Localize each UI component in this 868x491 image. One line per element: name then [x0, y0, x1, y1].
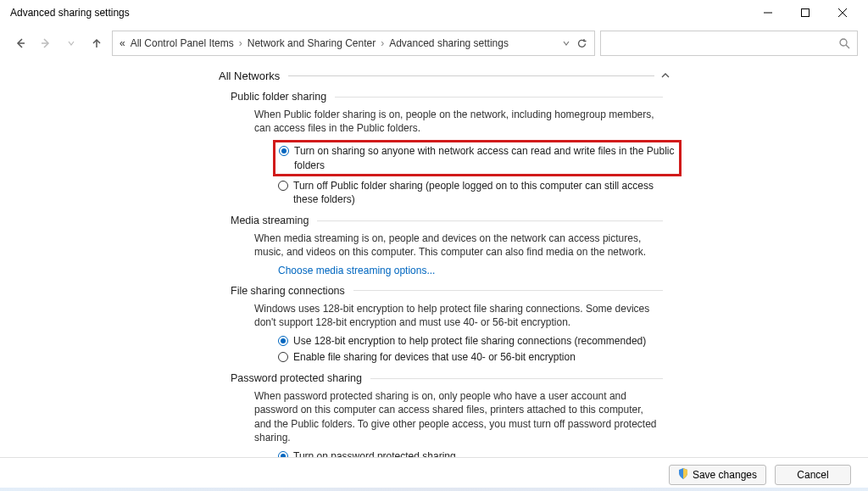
content-area: All Networks Public folder sharing When … — [0, 61, 868, 457]
radio-public-sharing-off[interactable]: Turn off Public folder sharing (people l… — [278, 179, 676, 206]
radio-password-on[interactable]: Turn on password protected sharing — [278, 449, 676, 457]
shield-icon — [678, 468, 688, 482]
subsection-title: Password protected sharing — [231, 372, 370, 384]
radio-public-sharing-on[interactable]: Turn on sharing so anyone with network a… — [273, 140, 682, 176]
subsection-header: Password protected sharing — [231, 372, 663, 384]
radio-encryption-4056[interactable]: Enable file sharing for devices that use… — [278, 350, 676, 364]
close-button[interactable] — [824, 1, 861, 25]
minimize-icon — [764, 8, 772, 17]
back-button[interactable] — [10, 33, 31, 53]
minimize-button[interactable] — [749, 1, 787, 25]
radio-label: Enable file sharing for devices that use… — [293, 350, 576, 364]
bottom-bar: Save changes Cancel — [0, 457, 868, 491]
subsection-header: Media streaming — [231, 215, 663, 226]
breadcrumb-item[interactable]: Network and Sharing Center — [248, 37, 376, 49]
section-title: All Networks — [219, 70, 288, 82]
address-bar[interactable]: « All Control Panel Items › Network and … — [112, 31, 595, 56]
arrow-left-icon — [14, 37, 26, 49]
chevron-down-icon — [68, 40, 75, 47]
arrow-right-icon — [40, 37, 52, 49]
divider — [288, 75, 654, 76]
radio-icon — [278, 181, 288, 191]
description-text: Windows uses 128-bit encryption to help … — [254, 302, 659, 329]
arrow-up-icon — [91, 37, 103, 49]
radio-label: Turn on sharing so anyone with network a… — [294, 144, 676, 171]
subsection-header: Public folder sharing — [231, 91, 663, 103]
nav-row: « All Control Panel Items › Network and … — [0, 25, 868, 61]
subsection-title: Media streaming — [231, 215, 317, 226]
radio-label: Use 128-bit encryption to help protect f… — [293, 334, 646, 348]
up-button[interactable] — [86, 33, 107, 53]
forward-button[interactable] — [36, 33, 56, 53]
chevron-down-icon[interactable] — [563, 40, 570, 47]
radio-label: Turn on password protected sharing — [293, 449, 456, 457]
search-input[interactable] — [600, 31, 858, 56]
window-title: Advanced sharing settings — [10, 7, 130, 19]
divider — [370, 378, 663, 379]
chevron-right-icon: › — [239, 37, 242, 49]
titlebar: Advanced sharing settings — [0, 0, 868, 25]
svg-point-7 — [840, 39, 847, 46]
link-media-streaming-options[interactable]: Choose media streaming options... — [278, 265, 863, 276]
breadcrumb-prefix: « — [120, 37, 125, 49]
maximize-button[interactable] — [787, 1, 824, 25]
search-icon — [839, 38, 850, 49]
subsection-header: File sharing connections — [231, 285, 663, 297]
description-text: When password protected sharing is on, o… — [254, 389, 659, 444]
refresh-icon[interactable] — [576, 38, 587, 49]
subsection-title: Public folder sharing — [231, 91, 335, 103]
svg-line-8 — [846, 45, 849, 48]
svg-rect-1 — [802, 9, 810, 17]
radio-icon — [278, 451, 288, 457]
history-dropdown[interactable] — [61, 33, 81, 53]
radio-icon — [278, 336, 288, 346]
radio-icon — [278, 352, 288, 362]
cancel-button[interactable]: Cancel — [775, 465, 851, 485]
description-text: When media streaming is on, people and d… — [254, 232, 659, 259]
radio-icon — [279, 146, 289, 156]
subsection-title: File sharing connections — [231, 285, 353, 297]
section-header[interactable]: All Networks — [25, 70, 670, 82]
close-icon — [838, 8, 847, 17]
radio-label: Turn off Public folder sharing (people l… — [293, 179, 676, 206]
divider — [317, 220, 663, 221]
chevron-right-icon: › — [381, 37, 384, 49]
description-text: When Public folder sharing is on, people… — [254, 108, 659, 135]
breadcrumb-item[interactable]: All Control Panel Items — [131, 37, 234, 49]
divider — [353, 290, 663, 291]
breadcrumb-item[interactable]: Advanced sharing settings — [389, 37, 509, 49]
divider — [335, 97, 663, 98]
button-label: Cancel — [797, 469, 828, 481]
chevron-up-icon[interactable] — [654, 71, 670, 81]
radio-encryption-128[interactable]: Use 128-bit encryption to help protect f… — [278, 334, 676, 348]
maximize-icon — [801, 8, 810, 17]
save-changes-button[interactable]: Save changes — [669, 465, 766, 485]
button-label: Save changes — [693, 469, 757, 481]
